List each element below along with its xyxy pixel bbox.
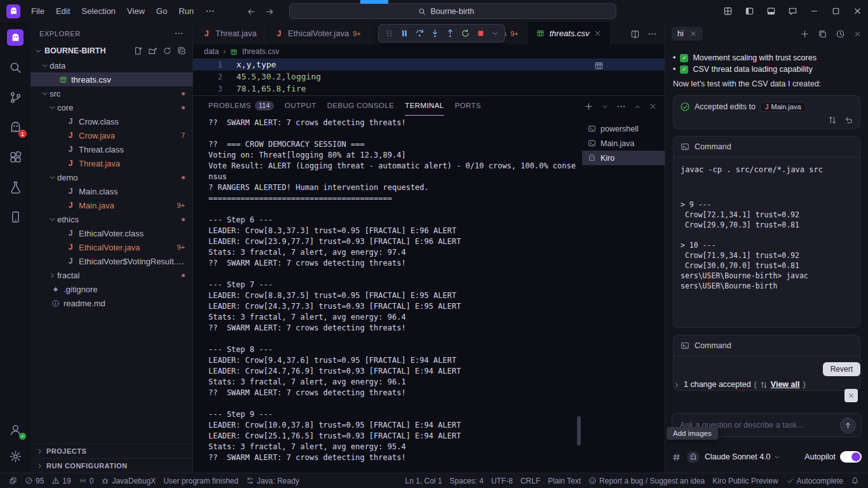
tab-Threat.java[interactable]: JThreat.java [193, 22, 266, 44]
search-input[interactable] [431, 7, 488, 16]
file-Crow.class[interactable]: JCrow.class [31, 114, 193, 128]
menu-selection[interactable]: Selection [76, 0, 121, 22]
breadcrumb-file[interactable]: threats.csv [242, 47, 279, 56]
terminal-scrollbar[interactable] [576, 118, 582, 473]
panel-more-button[interactable] [616, 100, 626, 111]
go-back-button[interactable] [247, 6, 256, 16]
status-warnings-count[interactable]: 19 [48, 473, 74, 488]
folder-core[interactable]: core [31, 100, 193, 114]
command-center[interactable] [289, 3, 616, 19]
remote-explorer-item[interactable] [6, 208, 24, 226]
file-Crow.java[interactable]: JCrow.java7 [31, 128, 193, 142]
chat-tab-hi[interactable]: hi [672, 27, 703, 41]
status-remote-indicator[interactable] [5, 473, 21, 488]
status-feedback[interactable]: Report a bug / Suggest an idea [585, 473, 709, 488]
section-projects[interactable]: PROJECTS [31, 444, 193, 458]
menu-go[interactable]: Go [151, 0, 173, 22]
account-item[interactable]: ✓ [6, 421, 24, 438]
status-encoding[interactable]: UTF-8 [487, 473, 517, 488]
file-Threat.java[interactable]: JThreat.java [31, 156, 193, 170]
menu-file[interactable]: File [25, 0, 50, 22]
status-end-of-line[interactable]: CRLF [517, 473, 544, 488]
status-errors-count[interactable]: 95 [21, 473, 48, 488]
file-threats.csv[interactable]: threats.csv [31, 72, 193, 86]
changes-summary-row[interactable]: 1 change accepted ( View all ) [673, 380, 806, 389]
extensions-item[interactable] [6, 148, 24, 166]
menu-run[interactable]: Run [173, 0, 200, 22]
toggle-panel-button[interactable] [760, 0, 782, 22]
folder-fractal[interactable]: fractal [31, 268, 193, 282]
model-selector[interactable]: Claude Sonnet 4.0 [705, 452, 780, 461]
status-java-debug[interactable]: JavaDebugX [97, 473, 159, 488]
settings-item[interactable] [6, 447, 24, 465]
tab-threats.csv[interactable]: threats.csv [527, 22, 611, 44]
menu-overflow[interactable] [200, 0, 220, 22]
status-indentation[interactable]: Spaces: 4 [446, 473, 487, 488]
folder-demo[interactable]: demo [31, 170, 193, 184]
panel-tab-debug-console[interactable]: DEBUG CONSOLE [327, 96, 395, 116]
folder-src[interactable]: src [31, 86, 193, 100]
layout-customize-button[interactable] [717, 0, 738, 22]
step-over-button[interactable] [415, 29, 424, 38]
collapse-folders-button[interactable] [177, 46, 186, 56]
close-chat-panel-button[interactable] [853, 29, 862, 38]
restart-button[interactable] [461, 29, 470, 38]
terminal-item-powershell[interactable]: powershell [582, 121, 665, 136]
status-notifications[interactable] [847, 473, 863, 488]
chat-history-button[interactable] [836, 28, 845, 38]
undo-edit-button[interactable] [844, 115, 853, 125]
source-control-item[interactable] [6, 88, 24, 106]
toggle-sidebar-button[interactable] [738, 0, 760, 22]
kiro-logo[interactable] [6, 4, 20, 18]
command-code[interactable]: javac -cp . src/core/*.java src [674, 158, 860, 180]
step-out-button[interactable] [445, 29, 455, 38]
status-cursor-position[interactable]: Ln 1, Col 1 [402, 473, 446, 488]
workspace-root[interactable]: BOURNE-BIRTH [31, 43, 193, 58]
maximize-button[interactable] [825, 0, 846, 22]
editor-more-button[interactable] [648, 28, 657, 38]
status-java-ready[interactable]: Java: Ready [242, 473, 303, 488]
new-file-button[interactable] [133, 46, 142, 56]
step-into-button[interactable] [430, 29, 440, 38]
new-terminal-button[interactable] [584, 100, 593, 111]
panel-tab-output[interactable]: OUTPUT [285, 96, 316, 116]
file-.gitignore[interactable]: .gitignore [31, 282, 193, 296]
file-chip[interactable]: J Main.java [760, 102, 806, 112]
file-Main.java[interactable]: JMain.java9+ [31, 198, 193, 212]
dismiss-changes-button[interactable] [844, 389, 858, 402]
view-diff-button[interactable] [828, 115, 837, 125]
breadcrumb-folder[interactable]: data [204, 47, 219, 56]
kiro-home-item[interactable] [6, 29, 24, 46]
close-panel-button[interactable] [649, 101, 657, 111]
autopilot-toggle[interactable] [840, 451, 862, 463]
status-autocomplete[interactable]: Autocomplete [782, 473, 847, 488]
file-EthicalVoter$VotingResult.class[interactable]: JEthicalVoter$VotingResult.class [31, 254, 193, 268]
go-forward-button[interactable] [265, 6, 275, 16]
debug-drag-handle[interactable] [384, 29, 394, 38]
testing-item[interactable] [6, 178, 24, 196]
search-item[interactable] [6, 58, 24, 76]
menu-edit[interactable]: Edit [50, 0, 76, 22]
panel-tab-ports[interactable]: PORTS [455, 96, 481, 116]
status-program-status[interactable]: User program finished [159, 473, 242, 488]
new-chat-button[interactable] [800, 28, 810, 38]
code-line-3[interactable]: 378.1,65.8,fire [193, 83, 665, 95]
view-all-link[interactable]: View all [771, 380, 800, 389]
maximize-panel-button[interactable] [634, 101, 641, 111]
file-readme.md[interactable]: readme.md [31, 296, 193, 310]
explorer-more-icon[interactable] [174, 29, 184, 38]
file-EthicalVoter.class[interactable]: JEthicalVoter.class [31, 226, 193, 240]
close-chat-tab-icon[interactable] [689, 29, 697, 38]
toggle-chat-button[interactable] [782, 0, 803, 22]
status-kiro-preview[interactable]: Kiro Public Preview [709, 473, 782, 488]
file-Main.class[interactable]: JMain.class [31, 184, 193, 198]
tab-EthicalVoter.java[interactable]: JEthicalVoter.java9+ [266, 22, 370, 44]
section-run-configuration[interactable]: RUN CONFIGURATION [31, 458, 193, 473]
status-forwarded-ports[interactable]: 0 [75, 473, 98, 488]
split-editor-button[interactable] [630, 28, 640, 38]
breadcrumb[interactable]: data › threats.csv [193, 44, 665, 58]
terminal-item-main.java[interactable]: Main.java [582, 136, 665, 151]
pause-button[interactable] [400, 29, 409, 38]
panel-tab-terminal[interactable]: TERMINAL [405, 96, 444, 116]
csv-edit-widget-icon[interactable] [594, 60, 604, 71]
